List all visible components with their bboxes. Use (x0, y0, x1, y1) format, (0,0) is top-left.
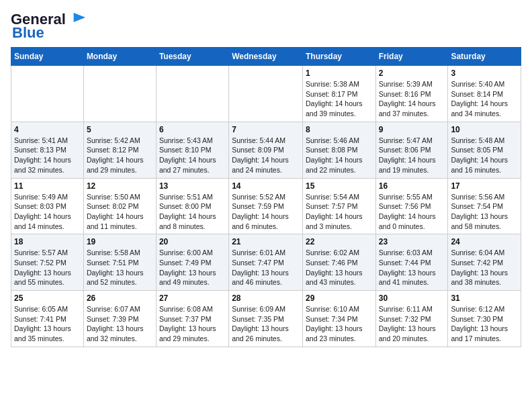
calendar-empty-cell (156, 66, 228, 122)
day-info: Sunrise: 5:38 AM Sunset: 8:17 PM Dayligh… (306, 79, 373, 119)
day-info: Sunrise: 6:09 AM Sunset: 7:35 PM Dayligh… (232, 304, 300, 344)
calendar-header-row: SundayMondayTuesdayWednesdayThursdayFrid… (11, 48, 521, 66)
calendar-day-11: 11Sunrise: 5:49 AM Sunset: 8:03 PM Dayli… (11, 178, 84, 234)
day-info: Sunrise: 6:08 AM Sunset: 7:37 PM Dayligh… (159, 304, 226, 344)
day-number: 27 (159, 293, 226, 303)
day-info: Sunrise: 5:49 AM Sunset: 8:03 PM Dayligh… (14, 192, 81, 232)
calendar-week-row: 11Sunrise: 5:49 AM Sunset: 8:03 PM Dayli… (11, 178, 521, 234)
weekday-header-friday: Friday (375, 48, 448, 66)
calendar-day-16: 16Sunrise: 5:55 AM Sunset: 7:56 PM Dayli… (375, 178, 448, 234)
logo-text-blue: Blue (12, 24, 44, 42)
day-info: Sunrise: 5:44 AM Sunset: 8:09 PM Dayligh… (232, 136, 300, 175)
day-number: 28 (232, 293, 300, 303)
calendar-day-24: 24Sunrise: 6:04 AM Sunset: 7:42 PM Dayli… (448, 234, 521, 291)
calendar-day-27: 27Sunrise: 6:08 AM Sunset: 7:37 PM Dayli… (156, 291, 228, 347)
weekday-header-sunday: Sunday (11, 48, 84, 66)
calendar-day-29: 29Sunrise: 6:10 AM Sunset: 7:34 PM Dayli… (302, 291, 375, 347)
calendar-day-4: 4Sunrise: 5:41 AM Sunset: 8:13 PM Daylig… (11, 122, 84, 178)
day-number: 31 (451, 293, 518, 303)
calendar-day-5: 5Sunrise: 5:42 AM Sunset: 8:12 PM Daylig… (83, 122, 156, 178)
calendar-day-3: 3Sunrise: 5:40 AM Sunset: 8:14 PM Daylig… (448, 66, 521, 122)
weekday-header-saturday: Saturday (448, 48, 521, 66)
calendar-week-row: 25Sunrise: 6:05 AM Sunset: 7:41 PM Dayli… (11, 291, 521, 347)
day-info: Sunrise: 6:03 AM Sunset: 7:44 PM Dayligh… (379, 248, 445, 287)
day-number: 21 (232, 237, 300, 246)
day-info: Sunrise: 6:00 AM Sunset: 7:49 PM Dayligh… (159, 248, 226, 287)
calendar-day-30: 30Sunrise: 6:11 AM Sunset: 7:32 PM Dayli… (375, 291, 448, 347)
day-number: 23 (379, 237, 445, 246)
day-info: Sunrise: 5:40 AM Sunset: 8:14 PM Dayligh… (451, 79, 518, 119)
day-number: 29 (306, 293, 373, 303)
weekday-header-tuesday: Tuesday (156, 48, 228, 66)
calendar-day-2: 2Sunrise: 5:39 AM Sunset: 8:16 PM Daylig… (375, 66, 448, 122)
calendar-week-row: 18Sunrise: 5:57 AM Sunset: 7:52 PM Dayli… (11, 234, 521, 291)
calendar-table: SundayMondayTuesdayWednesdayThursdayFrid… (11, 47, 521, 347)
calendar-day-14: 14Sunrise: 5:52 AM Sunset: 7:59 PM Dayli… (229, 178, 303, 234)
day-info: Sunrise: 6:11 AM Sunset: 7:32 PM Dayligh… (379, 304, 445, 344)
day-info: Sunrise: 6:07 AM Sunset: 7:39 PM Dayligh… (87, 304, 153, 344)
day-number: 14 (232, 181, 300, 191)
day-number: 5 (87, 125, 153, 134)
calendar-day-18: 18Sunrise: 5:57 AM Sunset: 7:52 PM Dayli… (11, 234, 84, 291)
calendar-day-19: 19Sunrise: 5:58 AM Sunset: 7:51 PM Dayli… (83, 234, 156, 291)
day-number: 19 (87, 237, 153, 246)
calendar-empty-cell (229, 66, 303, 122)
day-number: 2 (379, 68, 445, 78)
day-info: Sunrise: 5:56 AM Sunset: 7:54 PM Dayligh… (451, 192, 518, 232)
weekday-header-wednesday: Wednesday (229, 48, 303, 66)
calendar-empty-cell (11, 66, 84, 122)
day-info: Sunrise: 5:57 AM Sunset: 7:52 PM Dayligh… (14, 248, 81, 287)
day-number: 1 (306, 68, 373, 78)
day-number: 10 (451, 125, 518, 134)
day-info: Sunrise: 6:01 AM Sunset: 7:47 PM Dayligh… (232, 248, 300, 287)
weekday-header-monday: Monday (83, 48, 156, 66)
day-info: Sunrise: 6:05 AM Sunset: 7:41 PM Dayligh… (14, 304, 81, 344)
calendar-day-31: 31Sunrise: 6:12 AM Sunset: 7:30 PM Dayli… (448, 291, 521, 347)
day-info: Sunrise: 5:47 AM Sunset: 8:06 PM Dayligh… (379, 136, 445, 175)
calendar-day-13: 13Sunrise: 5:51 AM Sunset: 8:00 PM Dayli… (156, 178, 228, 234)
day-number: 15 (306, 181, 373, 191)
calendar-day-21: 21Sunrise: 6:01 AM Sunset: 7:47 PM Dayli… (229, 234, 303, 291)
day-number: 26 (87, 293, 153, 303)
day-number: 7 (232, 125, 300, 134)
day-info: Sunrise: 5:46 AM Sunset: 8:08 PM Dayligh… (306, 136, 373, 175)
day-info: Sunrise: 5:58 AM Sunset: 7:51 PM Dayligh… (87, 248, 153, 287)
day-info: Sunrise: 5:48 AM Sunset: 8:05 PM Dayligh… (451, 136, 518, 175)
calendar-week-row: 4Sunrise: 5:41 AM Sunset: 8:13 PM Daylig… (11, 122, 521, 178)
day-info: Sunrise: 6:04 AM Sunset: 7:42 PM Dayligh… (451, 248, 518, 287)
logo: General Blue (11, 11, 86, 42)
day-info: Sunrise: 5:43 AM Sunset: 8:10 PM Dayligh… (159, 136, 226, 175)
weekday-header-thursday: Thursday (302, 48, 375, 66)
calendar-day-10: 10Sunrise: 5:48 AM Sunset: 8:05 PM Dayli… (448, 122, 521, 178)
calendar-day-12: 12Sunrise: 5:50 AM Sunset: 8:02 PM Dayli… (83, 178, 156, 234)
calendar-day-6: 6Sunrise: 5:43 AM Sunset: 8:10 PM Daylig… (156, 122, 228, 178)
calendar-day-26: 26Sunrise: 6:07 AM Sunset: 7:39 PM Dayli… (83, 291, 156, 347)
day-info: Sunrise: 5:50 AM Sunset: 8:02 PM Dayligh… (87, 192, 153, 232)
svg-marker-0 (74, 13, 86, 22)
day-number: 18 (14, 237, 81, 246)
calendar-week-row: 1Sunrise: 5:38 AM Sunset: 8:17 PM Daylig… (11, 66, 521, 122)
calendar-day-20: 20Sunrise: 6:00 AM Sunset: 7:49 PM Dayli… (156, 234, 228, 291)
day-info: Sunrise: 5:55 AM Sunset: 7:56 PM Dayligh… (379, 192, 445, 232)
day-number: 3 (451, 68, 518, 78)
calendar-empty-cell (83, 66, 156, 122)
day-number: 25 (14, 293, 81, 303)
calendar-day-15: 15Sunrise: 5:54 AM Sunset: 7:57 PM Dayli… (302, 178, 375, 234)
day-number: 9 (379, 125, 445, 134)
day-info: Sunrise: 6:12 AM Sunset: 7:30 PM Dayligh… (451, 304, 518, 344)
calendar-day-22: 22Sunrise: 6:02 AM Sunset: 7:46 PM Dayli… (302, 234, 375, 291)
day-number: 4 (14, 125, 81, 134)
day-number: 30 (379, 293, 445, 303)
day-info: Sunrise: 5:51 AM Sunset: 8:00 PM Dayligh… (159, 192, 226, 232)
day-number: 24 (451, 237, 518, 246)
calendar-day-1: 1Sunrise: 5:38 AM Sunset: 8:17 PM Daylig… (302, 66, 375, 122)
day-info: Sunrise: 5:41 AM Sunset: 8:13 PM Dayligh… (14, 136, 81, 175)
day-number: 17 (451, 181, 518, 191)
header: General Blue (11, 11, 521, 42)
day-number: 8 (306, 125, 373, 134)
day-number: 22 (306, 237, 373, 246)
day-number: 20 (159, 237, 226, 246)
day-info: Sunrise: 6:02 AM Sunset: 7:46 PM Dayligh… (306, 248, 373, 287)
calendar-day-8: 8Sunrise: 5:46 AM Sunset: 8:08 PM Daylig… (302, 122, 375, 178)
calendar-day-9: 9Sunrise: 5:47 AM Sunset: 8:06 PM Daylig… (375, 122, 448, 178)
